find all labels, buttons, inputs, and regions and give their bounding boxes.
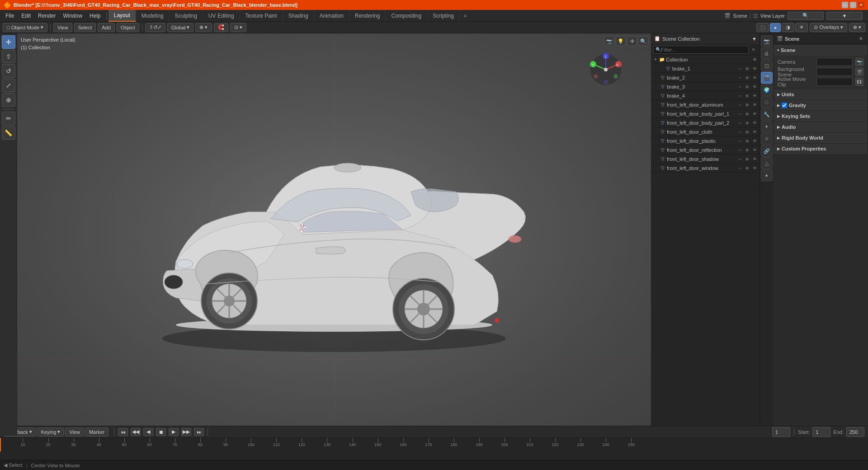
tab-texture-paint[interactable]: Texture Paint <box>240 10 283 22</box>
annotate-tool-btn[interactable]: ✏ <box>2 112 15 125</box>
camera-view-icon[interactable]: 📷 <box>604 36 614 46</box>
menu-window[interactable]: Window <box>59 12 86 20</box>
material-preview-btn[interactable]: ◑ <box>782 23 794 32</box>
tab-animation[interactable]: Animation <box>314 10 349 22</box>
eye-icon[interactable]: 👁 <box>751 66 758 72</box>
play-reverse-btn[interactable]: ◀ <box>143 428 153 436</box>
units-section-header[interactable]: ▶ Units <box>774 89 867 99</box>
link2-icon[interactable]: ⊕ <box>744 120 750 126</box>
start-frame-input[interactable]: 1 <box>812 427 830 437</box>
light-icon[interactable]: 💡 <box>616 36 626 46</box>
bg-scene-value[interactable] <box>816 68 853 76</box>
scene-section-header[interactable]: ▾ Scene <box>774 45 867 55</box>
link-icon[interactable]: ↔ <box>737 165 743 171</box>
gizmo-btn[interactable]: ⊕ ▾ <box>849 23 865 32</box>
select-btn[interactable]: Select <box>74 23 96 32</box>
link2-icon[interactable]: ⊕ <box>744 93 750 99</box>
transform-btn[interactable]: ⇧↺⤢ <box>145 23 165 32</box>
outliner-search-input[interactable] <box>661 47 746 52</box>
eye-icon[interactable]: 👁 <box>751 138 758 144</box>
link-icon[interactable]: ↔ <box>737 147 743 153</box>
next-keyframe-btn[interactable]: ▶▶ <box>181 428 191 436</box>
outliner-item-brake3[interactable]: ▽ brake_3 ↔ ⊕ 👁 <box>651 82 760 91</box>
window-controls[interactable]: — □ ✕ <box>842 2 864 8</box>
eye-icon[interactable]: 👁 <box>751 147 758 153</box>
close-button[interactable]: ✕ <box>858 2 864 8</box>
link-icon[interactable]: ↔ <box>737 84 743 90</box>
rigid-body-header[interactable]: ▶ Rigid Body World <box>774 133 867 143</box>
eye-icon[interactable]: 👁 <box>751 93 758 99</box>
tab-modeling[interactable]: Modeling <box>136 10 170 22</box>
link2-icon[interactable]: ⊕ <box>744 84 750 90</box>
camera-value[interactable] <box>816 58 853 66</box>
viewlayer-dropdown[interactable]: 🔍 <box>788 12 824 20</box>
link2-icon[interactable]: ⊕ <box>744 111 750 117</box>
movie-clip-value[interactable] <box>816 78 853 86</box>
keying-sets-header[interactable]: ▶ Keying Sets <box>774 111 867 121</box>
custom-props-header[interactable]: ▶ Custom Properties <box>774 144 867 154</box>
stop-btn[interactable]: ⏹ <box>156 428 166 436</box>
tab-sculpting[interactable]: Sculpting <box>170 10 203 22</box>
movie-clip-icon-btn[interactable]: 🎞 <box>855 78 863 86</box>
eye-icon[interactable]: 👁 <box>751 120 758 126</box>
jump-start-btn[interactable]: ⏮ <box>118 428 128 436</box>
link-icon[interactable]: ↔ <box>737 138 743 144</box>
link2-icon[interactable]: ⊕ <box>744 102 750 108</box>
outliner-item-brake1[interactable]: ▽ brake_1 ↔ ⊕ 👁 <box>651 64 760 73</box>
play-btn[interactable]: ▶ <box>169 428 179 436</box>
camera-icon-btn[interactable]: 📷 <box>855 58 863 66</box>
link2-icon[interactable]: ⊕ <box>744 138 750 144</box>
link-icon[interactable]: ↔ <box>737 102 743 108</box>
eye-icon[interactable]: 👁 <box>751 84 758 90</box>
object-mode-btn[interactable]: □ Object Mode ▾ <box>3 23 47 32</box>
props-tab-constraints[interactable]: 🔗 <box>761 145 773 157</box>
keying-menu[interactable]: Keying ▾ <box>37 428 65 437</box>
eye-icon[interactable]: 👁 <box>751 156 758 162</box>
tab-shading[interactable]: Shading <box>283 10 314 22</box>
visibility-icon[interactable]: 👁 <box>751 56 758 63</box>
measure-tool-btn[interactable]: 📏 <box>2 126 15 140</box>
view-btn[interactable]: View <box>53 23 72 32</box>
link-icon[interactable]: ↔ <box>737 129 743 135</box>
props-tab-output[interactable]: 🖨 <box>761 47 773 59</box>
link-icon[interactable]: ↔ <box>737 93 743 99</box>
props-tab-material[interactable]: ● <box>761 169 773 181</box>
bg-scene-icon-btn[interactable]: 🎬 <box>855 68 863 76</box>
props-tab-world[interactable]: 🌍 <box>761 84 773 96</box>
maximize-button[interactable]: □ <box>850 2 856 8</box>
outliner-item-collection[interactable]: ▾ 📁 Collection 👁 <box>651 55 760 64</box>
gravity-section-header[interactable]: ▶ Gravity <box>774 100 867 110</box>
rendered-btn[interactable]: ☀ <box>795 23 808 32</box>
tab-add[interactable]: + <box>460 11 471 21</box>
search-icon[interactable]: 🔍 <box>638 36 648 46</box>
menu-help[interactable]: Help <box>86 12 104 20</box>
select-tool-btn[interactable]: ✛ <box>2 35 15 49</box>
props-tab-object[interactable]: □ <box>761 96 773 108</box>
outliner-item-front-left-body2[interactable]: ▽ front_left_door_body_part_2 ↔ ⊕ 👁 <box>651 118 760 127</box>
link-icon[interactable]: ↔ <box>737 75 743 81</box>
pivot-btn[interactable]: ⊕ ▾ <box>195 23 212 32</box>
eye-icon[interactable]: 👁 <box>751 165 758 171</box>
jump-end-btn[interactable]: ⏭ <box>194 428 204 436</box>
props-tab-physics[interactable]: ⚛ <box>761 133 773 145</box>
end-frame-input[interactable]: 250 <box>846 427 864 437</box>
proportional-btn[interactable]: ⊙ ▾ <box>230 23 246 32</box>
3d-viewport[interactable]: User Perspective (Local) (1) Collection … <box>17 33 651 436</box>
outliner-sort-btn[interactable]: ≡ <box>750 46 758 54</box>
eye-icon[interactable]: 👁 <box>751 102 758 108</box>
link2-icon[interactable]: ⊕ <box>744 66 750 72</box>
wireframe-btn[interactable]: ⬚ <box>756 23 769 32</box>
props-tab-scene[interactable]: 🎬 <box>761 72 773 84</box>
link2-icon[interactable]: ⊕ <box>744 147 750 153</box>
move-tool-btn[interactable]: ⇧ <box>2 50 15 63</box>
props-close-btn[interactable]: ✕ <box>857 35 864 42</box>
gravity-checkbox[interactable] <box>782 103 787 108</box>
outliner-item-brake2[interactable]: ▽ brake_2 ↔ ⊕ 👁 <box>651 73 760 82</box>
view-menu[interactable]: View <box>65 428 84 437</box>
overlays-btn[interactable]: ⊙ Overlays ▾ <box>810 23 847 32</box>
menu-render[interactable]: Render <box>34 12 59 20</box>
marker-menu[interactable]: Marker <box>85 428 108 437</box>
menu-file[interactable]: File <box>2 12 18 20</box>
props-tab-particles[interactable]: ✦ <box>761 121 773 132</box>
outliner-item-front-left-cloth[interactable]: ▽ front_left_door_cloth ↔ ⊕ 👁 <box>651 127 760 136</box>
